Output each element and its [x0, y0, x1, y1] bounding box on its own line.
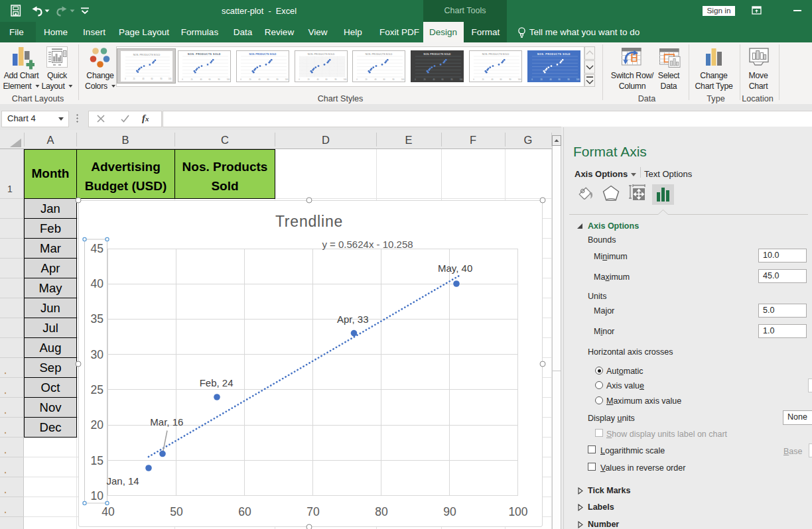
svg-text:40: 40	[316, 78, 319, 81]
svg-text:45: 45	[91, 242, 103, 255]
svg-text:60: 60	[558, 78, 561, 81]
svg-text:20: 20	[91, 418, 104, 432]
svg-text:NOS. PRODUCTS SOLD: NOS. PRODUCTS SOLD	[482, 53, 509, 56]
svg-text:80: 80	[276, 78, 279, 81]
svg-text:40: 40	[258, 78, 261, 81]
svg-text:100: 100	[343, 78, 346, 81]
svg-text:60: 60	[325, 78, 328, 81]
svg-text:35: 35	[91, 312, 103, 325]
svg-text:90: 90	[443, 505, 456, 518]
svg-text:Feb, 24: Feb, 24	[200, 377, 234, 388]
svg-text:Apr, 33: Apr, 33	[337, 314, 369, 325]
svg-text:60: 60	[208, 78, 211, 81]
svg-text:15: 15	[91, 454, 103, 467]
svg-text:20: 20	[190, 78, 193, 81]
svg-text:80: 80	[334, 78, 337, 81]
svg-text:NOS. PRODUCTS SOLD: NOS. PRODUCTS SOLD	[424, 53, 451, 56]
svg-text:NOS. PRODUCTS SOLD: NOS. PRODUCTS SOLD	[366, 53, 393, 56]
svg-text:40: 40	[549, 78, 552, 81]
svg-text:80: 80	[160, 78, 163, 80]
svg-text:80: 80	[218, 78, 220, 81]
svg-text:60: 60	[383, 78, 385, 81]
svg-text:10: 10	[91, 489, 104, 502]
svg-text:60: 60	[151, 78, 153, 80]
svg-text:20: 20	[307, 78, 310, 81]
svg-text:100: 100	[285, 78, 288, 81]
svg-text:20: 20	[365, 78, 368, 81]
svg-text:40: 40	[491, 78, 494, 81]
svg-text:20: 20	[249, 78, 251, 81]
svg-text:30: 30	[91, 348, 104, 361]
svg-text:100: 100	[460, 78, 463, 81]
svg-text:40: 40	[433, 78, 435, 81]
svg-text:NOS. PRODUCTS SOLD: NOS. PRODUCTS SOLD	[249, 53, 276, 56]
svg-text:100: 100	[227, 78, 230, 81]
svg-text:20: 20	[133, 78, 135, 80]
svg-text:NOS. PRODUCTS SOLD: NOS. PRODUCTS SOLD	[188, 53, 221, 56]
svg-text:100: 100	[401, 78, 405, 81]
svg-text:100: 100	[518, 78, 521, 81]
svg-text:Mar, 16: Mar, 16	[150, 416, 183, 428]
svg-text:40: 40	[102, 505, 115, 518]
svg-text:20: 20	[482, 78, 484, 81]
svg-text:60: 60	[267, 78, 269, 81]
svg-text:60: 60	[238, 505, 251, 518]
svg-text:60: 60	[500, 78, 502, 81]
svg-text:80: 80	[509, 78, 511, 81]
svg-text:60: 60	[441, 78, 444, 81]
svg-text:NOS. PRODUCTS SOLD: NOS. PRODUCTS SOLD	[537, 53, 571, 56]
svg-text:y = 0.5624x - 10.258: y = 0.5624x - 10.258	[322, 239, 413, 250]
svg-text:100: 100	[169, 78, 172, 80]
svg-text:40: 40	[142, 78, 145, 80]
svg-text:40: 40	[91, 277, 104, 290]
svg-text:Jan, 14: Jan, 14	[107, 475, 139, 487]
svg-text:40: 40	[200, 78, 202, 81]
svg-text:80: 80	[450, 78, 453, 81]
svg-text:May, 40: May, 40	[438, 263, 472, 274]
svg-text:50: 50	[170, 505, 183, 518]
svg-text:NOS. PRODUCTS SOLD: NOS. PRODUCTS SOLD	[133, 54, 161, 56]
svg-text:80: 80	[375, 505, 388, 518]
svg-text:100: 100	[508, 505, 527, 518]
svg-text:80: 80	[392, 78, 395, 81]
svg-text:25: 25	[91, 383, 103, 396]
svg-text:100: 100	[576, 78, 579, 81]
svg-text:70: 70	[306, 505, 320, 518]
svg-text:NOS. PRODUCTS SOLD: NOS. PRODUCTS SOLD	[307, 53, 334, 56]
svg-text:Trendline: Trendline	[275, 213, 343, 230]
svg-text:20: 20	[540, 78, 543, 81]
svg-text:40: 40	[374, 78, 377, 81]
svg-text:80: 80	[567, 78, 570, 81]
svg-text:20: 20	[423, 78, 426, 81]
